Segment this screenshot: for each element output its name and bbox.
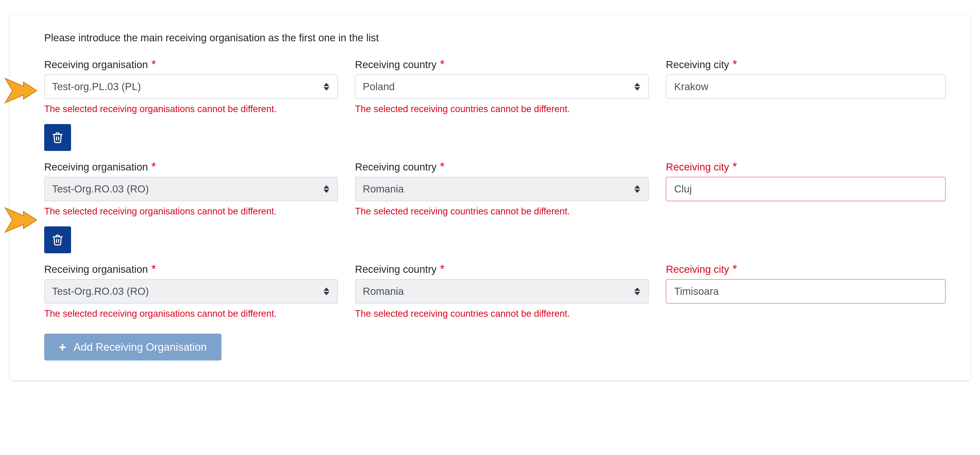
field-label: Receiving organisation*: [44, 58, 338, 71]
receiving-city-input[interactable]: [674, 183, 938, 195]
field-label: Receiving country*: [355, 161, 649, 173]
select-caret-icon: [633, 286, 641, 297]
receiving-organisation-select[interactable]: Test-org.PL.03 (PL): [44, 75, 338, 99]
field-error: The selected receiving organisations can…: [44, 104, 338, 114]
field-label: Receiving organisation*: [44, 263, 338, 275]
receiving-organisation-field: Receiving organisation*Test-Org.RO.03 (R…: [44, 263, 338, 319]
organisation-row: Receiving organisation*Test-org.PL.03 (P…: [44, 58, 946, 114]
required-asterisk: *: [732, 58, 737, 70]
receiving-city-input[interactable]: [674, 81, 938, 93]
receiving-city-input-wrapper: [666, 75, 946, 99]
receiving-city-input-wrapper: [666, 177, 946, 201]
field-label: Receiving country*: [355, 263, 649, 275]
select-value: Test-org.PL.03 (PL): [52, 81, 141, 92]
receiving-country-select[interactable]: Romania: [355, 279, 649, 304]
organisation-row: Receiving organisation*Test-Org.RO.03 (R…: [44, 263, 946, 319]
receiving-country-select[interactable]: Romania: [355, 177, 649, 201]
required-asterisk: *: [732, 161, 737, 172]
delete-row-button[interactable]: [44, 124, 71, 151]
required-asterisk: *: [440, 161, 445, 172]
field-error: The selected receiving countries cannot …: [355, 309, 649, 319]
receiving-city-input[interactable]: [674, 285, 938, 298]
required-asterisk: *: [732, 263, 737, 275]
field-label: Receiving city*: [666, 161, 946, 173]
receiving-country-field: Receiving country*RomaniaThe selected re…: [355, 161, 649, 216]
receiving-country-select[interactable]: Poland: [355, 75, 649, 99]
select-caret-icon: [323, 184, 330, 194]
field-label: Receiving country*: [355, 58, 649, 71]
delete-row-button[interactable]: [44, 226, 71, 253]
select-value: Test-Org.RO.03 (RO): [52, 285, 149, 297]
receiving-country-field: Receiving country*RomaniaThe selected re…: [355, 263, 649, 319]
organisation-row: Receiving organisation*Test-Org.RO.03 (R…: [44, 161, 946, 216]
select-value: Romania: [363, 183, 404, 195]
add-receiving-organisation-button[interactable]: + Add Receiving Organisation: [44, 334, 221, 361]
receiving-country-field: Receiving country*PolandThe selected rec…: [355, 58, 649, 114]
organisation-block: Receiving organisation*Test-Org.RO.03 (R…: [44, 124, 946, 216]
required-asterisk: *: [151, 161, 156, 172]
receiving-organisation-select[interactable]: Test-Org.RO.03 (RO): [44, 177, 338, 201]
add-button-label: Add Receiving Organisation: [73, 341, 207, 353]
receiving-city-input-wrapper: [666, 279, 946, 304]
form-card: Please introduce the main receiving orga…: [10, 15, 970, 380]
pointer-arrow-icon: [3, 205, 37, 235]
receiving-city-field: Receiving city*: [666, 161, 946, 216]
field-error: The selected receiving countries cannot …: [355, 104, 649, 114]
select-caret-icon: [323, 286, 330, 297]
select-value: Poland: [363, 81, 395, 92]
select-value: Romania: [363, 285, 404, 297]
organisation-block: Receiving organisation*Test-Org.RO.03 (R…: [44, 226, 946, 319]
receiving-city-field: Receiving city*: [666, 263, 946, 319]
receiving-organisation-field: Receiving organisation*Test-org.PL.03 (P…: [44, 58, 338, 114]
svg-marker-0: [5, 78, 37, 103]
required-asterisk: *: [440, 263, 445, 275]
select-value: Test-Org.RO.03 (RO): [52, 183, 149, 195]
required-asterisk: *: [151, 263, 156, 275]
rows-container: Receiving organisation*Test-org.PL.03 (P…: [44, 58, 946, 319]
select-caret-icon: [633, 184, 641, 194]
svg-marker-1: [5, 208, 37, 232]
select-caret-icon: [633, 81, 641, 92]
required-asterisk: *: [151, 58, 156, 70]
field-label: Receiving city*: [666, 58, 946, 71]
receiving-city-field: Receiving city*: [666, 58, 946, 114]
select-caret-icon: [323, 81, 330, 92]
pointer-arrow-icon: [3, 76, 37, 105]
receiving-organisation-field: Receiving organisation*Test-Org.RO.03 (R…: [44, 161, 338, 216]
field-label: Receiving city*: [666, 263, 946, 275]
field-error: The selected receiving organisations can…: [44, 309, 338, 319]
receiving-organisation-select[interactable]: Test-Org.RO.03 (RO): [44, 279, 338, 304]
field-label: Receiving organisation*: [44, 161, 338, 173]
organisation-block: Receiving organisation*Test-org.PL.03 (P…: [44, 58, 946, 114]
plus-icon: +: [59, 341, 66, 353]
field-error: The selected receiving countries cannot …: [355, 206, 649, 216]
intro-text: Please introduce the main receiving orga…: [44, 32, 946, 44]
required-asterisk: *: [440, 58, 445, 70]
field-error: The selected receiving organisations can…: [44, 206, 338, 216]
